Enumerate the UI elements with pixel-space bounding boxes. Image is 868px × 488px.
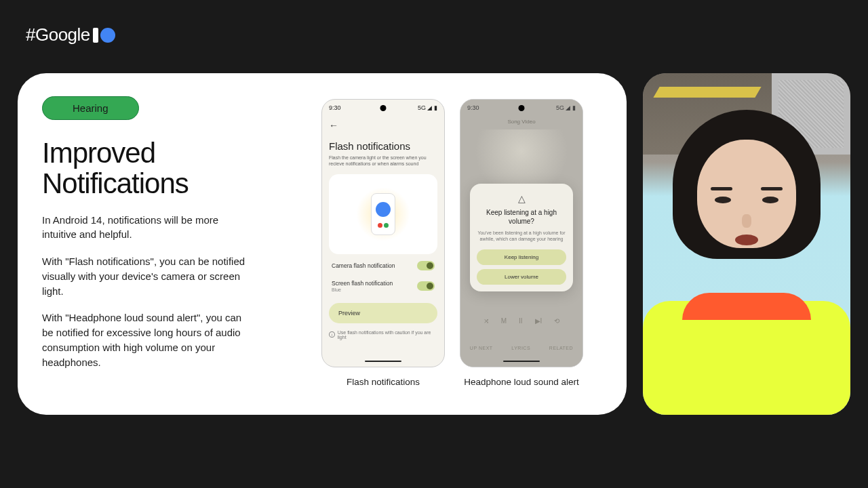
keep-listening-button[interactable]: Keep listening (477, 249, 566, 265)
illustration-card (329, 174, 437, 254)
slide-title: Improved Notifications (42, 138, 294, 199)
mini-phone-icon (371, 193, 395, 235)
slide-paragraph-3: With "Headphone loud sound alert", you c… (42, 310, 245, 369)
back-arrow-icon[interactable]: ← (329, 120, 437, 131)
io-mark-icon (93, 28, 115, 43)
preview-button[interactable]: Preview (329, 303, 437, 323)
category-pill: Hearing (42, 96, 139, 120)
dialog-subtitle: You've been listening at a high volume f… (477, 230, 566, 243)
phone-1: 9:30 5G ◢ ▮ ← Flash notifications Flash … (321, 99, 445, 367)
tab-upnext[interactable]: UP NEXT (470, 346, 493, 350)
media-tabs: Song Video (460, 119, 583, 125)
next-icon[interactable]: ▶I (535, 317, 542, 325)
slide-card: Hearing Improved Notifications In Androi… (18, 73, 627, 415)
album-art-placeholder (474, 129, 569, 184)
screen-subtitle: Flash the camera light or the screen whe… (329, 155, 437, 167)
prev-icon[interactable]: M (501, 317, 507, 325)
camera-hole-icon (519, 105, 525, 111)
toggle-camera-flash[interactable]: Camera flash notification (329, 254, 437, 273)
status-time: 9:30 (329, 104, 341, 111)
volume-alert-dialog: △ Keep listening at a high volume? You'v… (470, 184, 573, 291)
phone-1-caption: Flash notifications (347, 377, 420, 387)
toggle-label: Camera flash notification (332, 262, 395, 269)
repeat-icon[interactable]: ⟲ (554, 317, 559, 325)
status-signal: 5G ◢ ▮ (418, 104, 437, 111)
toggle-label: Screen flash notification Blue (332, 280, 393, 292)
tab-related[interactable]: RELATED (549, 346, 573, 350)
phone-2: 9:30 5G ◢ ▮ Song Video △ Keep listening … (460, 99, 583, 367)
presenter-video (643, 73, 850, 415)
status-time: 9:30 (467, 104, 479, 111)
switch-on-icon[interactable] (417, 261, 435, 270)
phone-2-block: 9:30 5G ◢ ▮ Song Video △ Keep listening … (460, 99, 583, 387)
phone-1-block: 9:30 5G ◢ ▮ ← Flash notifications Flash … (321, 99, 445, 387)
phone-2-caption: Headphone loud sound alert (464, 377, 579, 387)
slide-paragraph-2: With "Flash notifications", you can be n… (42, 254, 245, 298)
lower-volume-button[interactable]: Lower volume (477, 269, 566, 285)
screen-title: Flash notifications (329, 140, 437, 152)
phone-mockups: 9:30 5G ◢ ▮ ← Flash notifications Flash … (316, 73, 627, 415)
warning-icon: △ (477, 193, 566, 204)
gesture-bar-icon (365, 361, 401, 363)
pause-icon[interactable]: II (519, 317, 523, 325)
toggle-screen-flash[interactable]: Screen flash notification Blue (329, 273, 437, 295)
gesture-bar-icon (503, 361, 540, 363)
shuffle-icon[interactable]: ⤨ (484, 317, 489, 325)
slide-paragraph-1: In Android 14, notifications will be mor… (42, 213, 245, 243)
logo-text: #Google (26, 24, 90, 45)
switch-on-icon[interactable] (417, 281, 435, 291)
camera-hole-icon (380, 105, 387, 111)
info-footnote: i Use flash notifications with caution i… (329, 330, 437, 340)
event-logo: #Google (26, 24, 115, 45)
dialog-title: Keep listening at a high volume? (477, 208, 566, 226)
status-signal: 5G ◢ ▮ (556, 104, 576, 111)
slide-text-column: Hearing Improved Notifications In Androi… (18, 73, 316, 415)
tab-lyrics[interactable]: LYRICS (511, 346, 530, 350)
media-controls: ⤨ M II ▶I ⟲ (460, 317, 583, 325)
info-icon: i (329, 331, 335, 338)
bottom-tabs: UP NEXT LYRICS RELATED (460, 346, 583, 350)
